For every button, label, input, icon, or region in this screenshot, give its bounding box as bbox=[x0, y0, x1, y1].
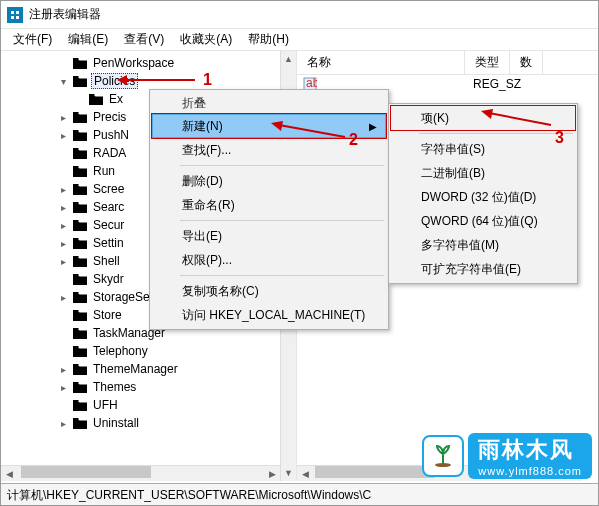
folder-icon bbox=[72, 110, 88, 124]
ctx-separator bbox=[180, 165, 384, 166]
folder-icon bbox=[72, 128, 88, 142]
tree-label: Policies bbox=[91, 73, 138, 89]
column-data[interactable]: 数 bbox=[510, 51, 543, 74]
svg-rect-3 bbox=[16, 11, 19, 14]
tree-node-uninstall[interactable]: ▸Uninstall bbox=[1, 414, 296, 432]
folder-icon bbox=[72, 272, 88, 286]
tree-label: Uninstall bbox=[91, 416, 141, 430]
expander-icon[interactable]: ▸ bbox=[57, 256, 69, 267]
tree-label: Telephony bbox=[91, 344, 150, 358]
folder-icon bbox=[72, 290, 88, 304]
tree-scrollbar-h[interactable]: ◀ ▶ bbox=[1, 465, 280, 481]
tree-label: PenWorkspace bbox=[91, 56, 176, 70]
tree-node-ufh[interactable]: UFH bbox=[1, 396, 296, 414]
watermark-logo: 雨林木风 www.ylmf888.com bbox=[422, 433, 592, 479]
tree-label: Settin bbox=[91, 236, 126, 250]
ctx-item[interactable]: 查找(F)... bbox=[152, 138, 386, 162]
expander-icon[interactable]: ▸ bbox=[57, 292, 69, 303]
ctx-item[interactable]: 重命名(R) bbox=[152, 193, 386, 217]
scroll-down-icon[interactable]: ▼ bbox=[281, 465, 296, 481]
tree-label: Precis bbox=[91, 110, 128, 124]
tree-label: Shell bbox=[91, 254, 122, 268]
folder-icon bbox=[72, 380, 88, 394]
expander-icon[interactable]: ▸ bbox=[57, 130, 69, 141]
expander-icon[interactable]: ▸ bbox=[57, 112, 69, 123]
expander-icon[interactable]: ▸ bbox=[57, 220, 69, 231]
menu-help[interactable]: 帮助(H) bbox=[240, 29, 297, 50]
context-submenu-new: 项(K)字符串值(S)二进制值(B)DWORD (32 位)值(D)QWORD … bbox=[388, 103, 578, 284]
tree-node-policies[interactable]: ▾Policies bbox=[1, 72, 296, 90]
tree-label: RADA bbox=[91, 146, 128, 160]
watermark-text: 雨林木风 www.ylmf888.com bbox=[468, 433, 592, 479]
watermark-url: www.ylmf888.com bbox=[478, 465, 582, 477]
svg-rect-5 bbox=[16, 16, 19, 19]
scroll-left-icon[interactable]: ◀ bbox=[1, 466, 17, 481]
svg-point-12 bbox=[435, 463, 451, 467]
expander-icon[interactable]: ▸ bbox=[57, 418, 69, 429]
expander-icon[interactable]: ▸ bbox=[57, 364, 69, 375]
tree-node-telephony[interactable]: Telephony bbox=[1, 342, 296, 360]
menu-fav[interactable]: 收藏夹(A) bbox=[172, 29, 240, 50]
titlebar: 注册表编辑器 bbox=[1, 1, 598, 29]
folder-icon bbox=[72, 218, 88, 232]
scroll-right-icon[interactable]: ▶ bbox=[264, 466, 280, 481]
ctx-item[interactable]: QWORD (64 位)值(Q) bbox=[391, 209, 575, 233]
tree-label: Searc bbox=[91, 200, 126, 214]
svg-rect-2 bbox=[11, 11, 14, 14]
tree-label: Scree bbox=[91, 182, 126, 196]
ctx-item[interactable]: 二进制值(B) bbox=[391, 161, 575, 185]
folder-icon bbox=[72, 254, 88, 268]
ctx-item[interactable]: 访问 HKEY_LOCAL_MACHINE(T) bbox=[152, 303, 386, 327]
menu-edit[interactable]: 编辑(E) bbox=[60, 29, 116, 50]
folder-icon bbox=[88, 92, 104, 106]
expander-icon[interactable]: ▾ bbox=[57, 76, 69, 87]
ctx-item[interactable]: 删除(D) bbox=[152, 169, 386, 193]
tree-node-penworkspace[interactable]: PenWorkspace bbox=[1, 54, 296, 72]
folder-icon bbox=[72, 308, 88, 322]
window-title: 注册表编辑器 bbox=[29, 6, 101, 23]
tree-node-thememanager[interactable]: ▸ThemeManager bbox=[1, 360, 296, 378]
expander-icon[interactable]: ▸ bbox=[57, 202, 69, 213]
ctx-collapse[interactable]: 折叠 bbox=[152, 92, 386, 114]
list-header[interactable]: 名称 类型 数 bbox=[297, 51, 598, 75]
menubar: 文件(F) 编辑(E) 查看(V) 收藏夹(A) 帮助(H) bbox=[1, 29, 598, 51]
ctx-item[interactable]: 权限(P)... bbox=[152, 248, 386, 272]
folder-icon bbox=[72, 56, 88, 70]
menu-file[interactable]: 文件(F) bbox=[5, 29, 60, 50]
ctx-separator bbox=[419, 133, 573, 134]
ctx-item[interactable]: 项(K) bbox=[391, 106, 575, 130]
ctx-item[interactable]: 导出(E) bbox=[152, 224, 386, 248]
ctx-separator bbox=[180, 220, 384, 221]
tree-label: Skydr bbox=[91, 272, 126, 286]
expander-icon[interactable]: ▸ bbox=[57, 382, 69, 393]
ctx-item[interactable]: 复制项名称(C) bbox=[152, 279, 386, 303]
statusbar: 计算机\HKEY_CURRENT_USER\SOFTWARE\Microsoft… bbox=[1, 483, 598, 505]
ctx-item[interactable]: DWORD (32 位)值(D) bbox=[391, 185, 575, 209]
folder-icon bbox=[72, 182, 88, 196]
tree-label: Secur bbox=[91, 218, 126, 232]
tree-label: Themes bbox=[91, 380, 138, 394]
client-area: PenWorkspace▾PoliciesEx▸Precis▸PushNRADA… bbox=[1, 51, 598, 481]
column-name[interactable]: 名称 bbox=[297, 51, 465, 74]
scroll-left-icon[interactable]: ◀ bbox=[297, 466, 313, 481]
folder-icon bbox=[72, 200, 88, 214]
folder-icon bbox=[72, 362, 88, 376]
ctx-item[interactable]: 新建(N)▶ bbox=[152, 114, 386, 138]
expander-icon[interactable]: ▸ bbox=[57, 238, 69, 249]
menu-view[interactable]: 查看(V) bbox=[116, 29, 172, 50]
tree-label: PushN bbox=[91, 128, 131, 142]
folder-icon bbox=[72, 416, 88, 430]
column-type[interactable]: 类型 bbox=[465, 51, 510, 74]
expander-icon[interactable]: ▸ bbox=[57, 184, 69, 195]
sprout-icon bbox=[422, 435, 464, 477]
ctx-separator bbox=[180, 275, 384, 276]
tree-label: UFH bbox=[91, 398, 120, 412]
ctx-item[interactable]: 字符串值(S) bbox=[391, 137, 575, 161]
folder-icon bbox=[72, 164, 88, 178]
folder-icon bbox=[72, 74, 88, 88]
ctx-item[interactable]: 可扩充字符串值(E) bbox=[391, 257, 575, 281]
scroll-up-icon[interactable]: ▲ bbox=[281, 51, 296, 67]
tree-label: Ex bbox=[107, 92, 125, 106]
ctx-item[interactable]: 多字符串值(M) bbox=[391, 233, 575, 257]
tree-node-themes[interactable]: ▸Themes bbox=[1, 378, 296, 396]
